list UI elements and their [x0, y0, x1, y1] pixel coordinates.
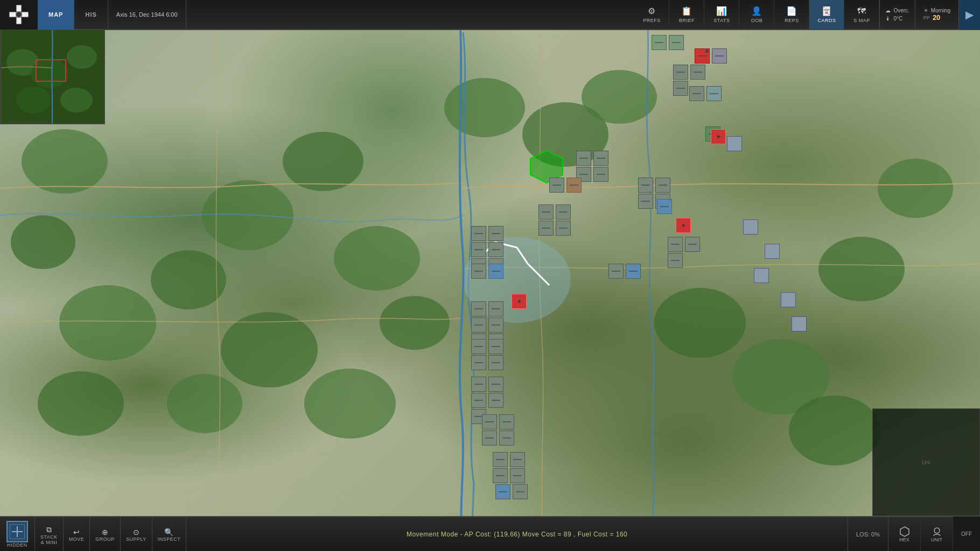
allied-unit-5[interactable]: [781, 292, 796, 307]
unit-counter[interactable]: [488, 393, 503, 408]
unit-counter[interactable]: [685, 237, 700, 252]
allied-unit-2[interactable]: [743, 220, 758, 235]
unit-counter[interactable]: [566, 178, 582, 193]
unit-counter[interactable]: [690, 65, 705, 80]
unit-counter[interactable]: [471, 355, 486, 370]
allied-unit-3[interactable]: [765, 244, 780, 259]
unit-red-cross-2[interactable]: ✚: [676, 218, 691, 233]
unit-counter[interactable]: [499, 414, 514, 429]
tab-his[interactable]: HIS: [74, 0, 108, 30]
unit-counter[interactable]: [482, 414, 497, 429]
prefs-icon: ⚙: [648, 6, 656, 16]
oob-button[interactable]: 👤 OOB: [739, 0, 774, 30]
allied-unit-4[interactable]: [754, 268, 769, 283]
unit-counter[interactable]: [488, 242, 503, 257]
hidden-label: HIDDEN: [7, 542, 27, 548]
unit-counter[interactable]: [471, 393, 486, 408]
unit-counter[interactable]: [538, 221, 554, 236]
unit-counter[interactable]: [471, 264, 486, 279]
unit-counter[interactable]: [673, 65, 688, 80]
mini-label: & MINI: [41, 540, 58, 545]
unit-counter[interactable]: [471, 317, 486, 333]
svg-point-15: [582, 70, 657, 124]
unit-counter[interactable]: [576, 151, 591, 166]
unit-counter[interactable]: [471, 301, 486, 316]
unit-cluster-7: [538, 204, 572, 236]
unit-counter[interactable]: [549, 178, 564, 193]
prefs-button[interactable]: ⚙ PREFS: [634, 0, 669, 30]
unit-counter[interactable]: [652, 35, 667, 50]
unit-counter[interactable]: [482, 430, 497, 446]
unit-counter[interactable]: [488, 339, 503, 354]
unit-counter[interactable]: [668, 253, 683, 268]
group-icon: ⊕: [102, 528, 108, 536]
hex-button[interactable]: HEX: [888, 517, 921, 551]
unit-counter[interactable]: [556, 204, 571, 220]
move-button[interactable]: ↩ MOVE: [64, 517, 90, 551]
unit-counter[interactable]: [488, 355, 503, 370]
unit-counter[interactable]: [593, 151, 608, 166]
svg-point-28: [60, 88, 93, 112]
unit-counter[interactable]: [689, 86, 704, 101]
unit-counter[interactable]: [510, 468, 525, 483]
unit-counter[interactable]: [538, 204, 554, 220]
reps-button[interactable]: 📄 REPS: [774, 0, 809, 30]
unit-counter[interactable]: [499, 430, 514, 446]
unit-counter[interactable]: [513, 484, 528, 499]
unit-counter[interactable]: [510, 452, 525, 467]
unit-counter[interactable]: [471, 226, 486, 241]
unit-counter[interactable]: [488, 317, 503, 333]
unit-counter[interactable]: [657, 199, 672, 214]
unit-cluster-6: [549, 178, 583, 193]
stats-button[interactable]: 📊 STATS: [704, 0, 739, 30]
unit-counter[interactable]: [608, 264, 624, 279]
unit-counter[interactable]: [712, 48, 727, 63]
off-button[interactable]: OFF: [953, 517, 980, 551]
supply-button[interactable]: ⊙ SUPPLY: [121, 517, 152, 551]
unit-counter[interactable]: [471, 339, 486, 354]
unit-counter[interactable]: [706, 86, 722, 101]
inspect-button[interactable]: 🔍 INSPECT: [152, 517, 187, 551]
stack-mini-button[interactable]: ⧉ STACK & MINI: [35, 517, 64, 551]
allied-unit-6[interactable]: [792, 316, 807, 331]
pp-area: ☀ Morning PP 20: [915, 0, 958, 30]
unit-cluster-2: [695, 48, 728, 63]
group-button[interactable]: ⊕ GROUP: [90, 517, 121, 551]
svg-marker-38: [900, 527, 909, 536]
unit-counter[interactable]: [638, 194, 653, 209]
unit-counter[interactable]: [488, 226, 503, 241]
unit-counter[interactable]: [471, 377, 486, 392]
unit-counter[interactable]: [488, 377, 503, 392]
cards-button[interactable]: 🃏 CARDS: [809, 0, 844, 30]
unit-counter[interactable]: [669, 35, 684, 50]
map-area[interactable]: ✚ ✚ ✚: [0, 0, 980, 551]
unit-counter[interactable]: [655, 178, 670, 193]
mini-map-image[interactable]: [1, 30, 104, 123]
brief-button[interactable]: 📋 BRIEF: [669, 0, 704, 30]
hidden-button[interactable]: HIDDEN: [0, 517, 35, 551]
unit-counter[interactable]: [493, 452, 508, 467]
status-text: Movement Mode - AP Cost: (119,66) Move C…: [407, 531, 627, 538]
unit-counter[interactable]: [556, 221, 571, 236]
unit-counter[interactable]: [695, 48, 710, 63]
unit-counter[interactable]: [488, 301, 503, 316]
end-turn-button[interactable]: ▶: [958, 0, 980, 30]
reps-icon: 📄: [786, 6, 797, 16]
unit-red-cross-3[interactable]: ✚: [512, 294, 527, 309]
hex-unit-group: HEX UNIT: [888, 517, 953, 551]
unit-counter[interactable]: [471, 242, 486, 257]
unit-red-cross-1[interactable]: ✚: [711, 129, 726, 144]
unit-counter[interactable]: [488, 264, 503, 279]
unit-counter[interactable]: [626, 264, 641, 279]
unit-counter[interactable]: [638, 178, 653, 193]
tab-map[interactable]: MAP: [38, 0, 74, 30]
unit-counter[interactable]: [668, 237, 683, 252]
allied-unit-1[interactable]: [727, 136, 742, 151]
unit-counter[interactable]: [495, 484, 510, 499]
smap-button[interactable]: 🗺 S MAP: [844, 0, 879, 30]
unit-button[interactable]: UNIT: [921, 517, 953, 551]
unit-cluster-17: [495, 484, 529, 499]
unit-counter[interactable]: [493, 468, 508, 483]
unit-counter[interactable]: [673, 81, 688, 96]
unit-counter[interactable]: [593, 167, 608, 182]
